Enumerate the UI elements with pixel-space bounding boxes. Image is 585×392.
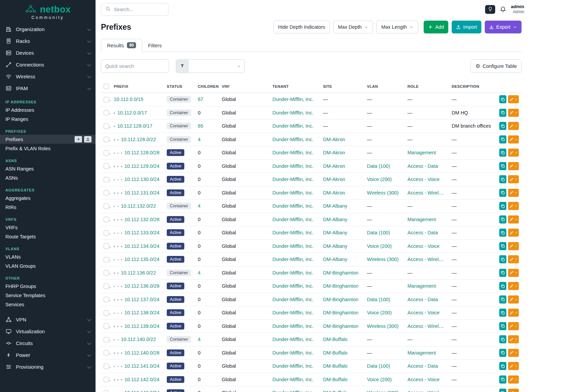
column-header-status[interactable]: STATUS [164,81,195,93]
vlan-link[interactable]: Data (100) [367,230,390,235]
edit-button[interactable] [508,189,519,197]
sidebar-item-services[interactable]: Services [0,300,96,309]
sidebar-item-vpn[interactable]: VPN [0,314,96,325]
copy-button[interactable] [499,175,506,183]
edit-button[interactable] [508,389,519,392]
tenant-link[interactable]: Dunder-Mifflin, Inc. [272,270,313,276]
row-checkbox[interactable] [104,137,109,142]
role-link[interactable]: Management [407,350,436,356]
vlan-link[interactable]: Wireless (300) [367,190,398,195]
prefix-link[interactable]: 10.112.0.0/15 [114,97,143,102]
row-checkbox[interactable] [104,390,109,392]
tenant-link[interactable]: Dunder-Mifflin, Inc. [272,363,313,369]
tenant-link[interactable]: Dunder-Mifflin, Inc. [272,190,313,195]
netbox-logo[interactable]: netbox Community [0,0,96,23]
copy-button[interactable] [499,269,506,277]
role-link[interactable]: Access - Wireless [407,390,446,392]
sidebar-item-route-targets[interactable]: Route Targets [0,232,96,241]
row-checkbox[interactable] [104,190,109,195]
copy-button[interactable] [499,149,506,157]
tenant-link[interactable]: Dunder-Mifflin, Inc. [272,137,313,142]
sidebar-item-prefix-vlan-roles[interactable]: Prefix & VLAN Roles [0,144,96,153]
column-header-site[interactable]: SITE [320,81,364,93]
prefix-link[interactable]: 10.112.136.0/22 [121,270,156,276]
site-link[interactable]: DM-Binghamton [323,310,358,315]
tenant-link[interactable]: Dunder-Mifflin, Inc. [272,150,313,155]
site-link[interactable]: DM-Albany [323,257,347,262]
tenant-link[interactable]: Dunder-Mifflin, Inc. [272,163,313,169]
row-checkbox[interactable] [104,297,109,302]
vlan-link[interactable]: Wireless (300) [367,323,398,329]
sidebar-item-circuits[interactable]: Circuits [0,337,96,349]
row-checkbox[interactable] [104,257,109,262]
tenant-link[interactable]: Dunder-Mifflin, Inc. [272,283,313,289]
site-link[interactable]: DM-Akron [323,177,345,182]
vlan-link[interactable]: Wireless (300) [367,257,398,262]
theme-toggle-button[interactable] [485,5,495,14]
copy-button[interactable] [499,335,506,343]
prefix-link[interactable]: 10.112.132.0/28 [125,217,160,222]
prefix-link[interactable]: 10.112.136.0/28 [125,283,160,289]
vlan-link[interactable]: Data (100) [367,163,390,169]
tenant-link[interactable]: Dunder-Mifflin, Inc. [272,310,313,315]
prefix-link[interactable]: 10.112.139.0/24 [125,323,160,329]
saved-filter-select[interactable] [188,59,245,73]
sidebar-item-asns[interactable]: ASNs [0,173,96,182]
copy-button[interactable] [499,242,506,250]
edit-button[interactable] [508,375,519,384]
prefix-link[interactable]: 10.112.140.0/28 [125,350,160,356]
edit-button[interactable] [508,282,519,290]
sidebar-item-vlan-groups[interactable]: VLAN Groups [0,261,96,270]
prefix-link[interactable]: 10.112.143.0/24 [125,390,160,392]
sidebar-item-vlans[interactable]: VLANs [0,252,96,261]
prefix-link[interactable]: 10.112.129.0/24 [125,163,160,169]
sidebar-item-power[interactable]: Power [0,349,96,361]
edit-button[interactable] [508,122,519,130]
row-checkbox[interactable] [104,204,109,209]
role-link[interactable]: Access - Voice [407,243,440,249]
sidebar-item-racks[interactable]: Racks [0,35,96,47]
prefix-link[interactable]: 10.112.132.0/22 [121,203,156,209]
site-link[interactable]: DM-Akron [323,150,345,155]
site-link[interactable]: DM-Binghamton [323,270,358,276]
hide-depth-indicators-button[interactable]: Hide Depth Indicators [273,21,330,33]
column-header-vrf[interactable]: VRF [219,81,270,93]
tenant-link[interactable]: Dunder-Mifflin, Inc. [272,323,313,329]
filter-button[interactable] [176,59,188,73]
tenant-link[interactable]: Dunder-Mifflin, Inc. [272,203,313,209]
tenant-link[interactable]: Dunder-Mifflin, Inc. [272,377,313,382]
role-link[interactable]: Access - Wireless [407,190,446,195]
site-link[interactable]: DM-Albany [323,243,347,249]
prefix-link[interactable]: 10.112.140.0/22 [121,337,156,342]
quick-import-button[interactable] [84,136,91,142]
site-link[interactable]: DM-Buffalo [323,363,347,369]
edit-button[interactable] [508,109,519,117]
row-checkbox[interactable] [104,243,109,249]
tenant-link[interactable]: Dunder-Mifflin, Inc. [272,257,313,262]
global-search[interactable] [101,3,168,16]
tenant-link[interactable]: Dunder-Mifflin, Inc. [272,110,313,115]
edit-button[interactable] [508,215,519,224]
row-checkbox[interactable] [104,310,109,316]
sidebar-item-connections[interactable]: Connections [0,59,96,71]
quick-search-input[interactable] [101,59,169,73]
children-link[interactable]: 4 [198,270,201,276]
prefix-link[interactable]: 10.112.131.0/24 [125,190,160,195]
copy-button[interactable] [499,122,506,130]
tenant-link[interactable]: Dunder-Mifflin, Inc. [272,123,313,129]
edit-button[interactable] [508,175,519,183]
role-link[interactable]: Management [407,283,436,289]
row-checkbox[interactable] [104,150,109,156]
vlan-link[interactable]: Data (100) [367,297,390,302]
children-link[interactable]: 4 [198,203,201,209]
role-link[interactable]: Access - Data [407,297,438,302]
role-link[interactable]: Access - Voice [407,377,440,382]
prefix-link[interactable]: 10.112.134.0/24 [125,243,160,249]
row-checkbox[interactable] [104,97,109,102]
row-checkbox[interactable] [104,110,109,115]
sidebar-item-prefixes[interactable]: Prefixes [0,135,96,144]
sidebar-item-aggregates[interactable]: Aggregates [0,193,96,203]
prefix-link[interactable]: 10.112.141.0/24 [125,363,160,369]
row-checkbox[interactable] [104,217,109,222]
vlan-link[interactable]: Voice (200) [367,310,392,315]
